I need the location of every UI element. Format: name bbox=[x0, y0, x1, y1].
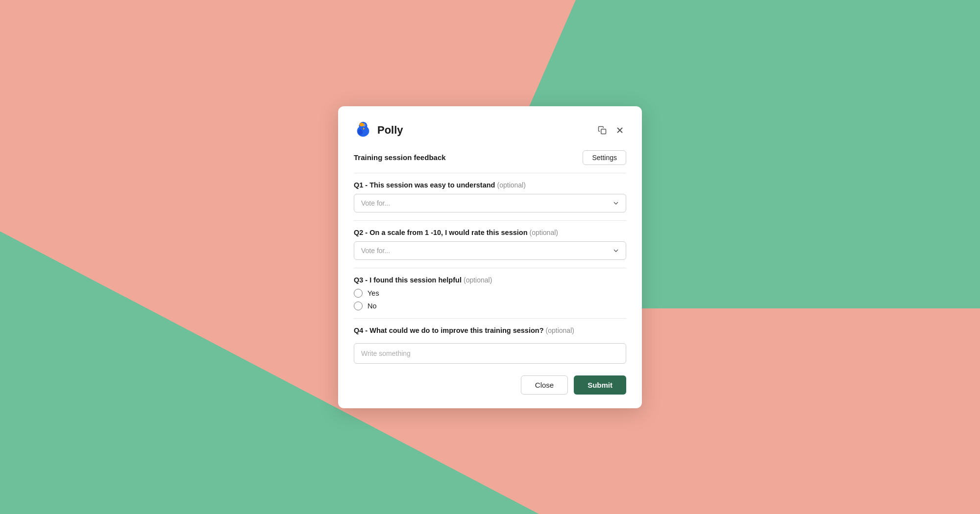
radio-no[interactable]: No bbox=[354, 302, 626, 310]
question-3-radio-group: Yes No bbox=[354, 289, 626, 310]
radio-no-input[interactable] bbox=[354, 302, 363, 310]
radio-yes-label: Yes bbox=[368, 289, 379, 297]
modal-header: Polly bbox=[354, 120, 626, 140]
close-button[interactable]: Close bbox=[521, 375, 568, 395]
form-title: Training session feedback bbox=[354, 153, 446, 162]
question-1-label: Q1 - This session was easy to understand… bbox=[354, 181, 626, 189]
form-header-row: Training session feedback Settings bbox=[354, 150, 626, 165]
question-4-text-input[interactable] bbox=[354, 343, 626, 364]
question-3-label: Q3 - I found this session helpful (optio… bbox=[354, 276, 626, 284]
svg-point-5 bbox=[359, 122, 364, 126]
app-name: Polly bbox=[377, 124, 403, 137]
modal-title-group: Polly bbox=[354, 120, 403, 140]
modal-overlay: Polly Training session fe bbox=[0, 0, 980, 514]
copy-button[interactable] bbox=[596, 124, 609, 137]
divider-1 bbox=[354, 173, 626, 173]
modal-footer: Close Submit bbox=[354, 375, 626, 395]
question-2-block: Q2 - On a scale from 1 -10, I would rate… bbox=[354, 229, 626, 260]
divider-2 bbox=[354, 220, 626, 221]
submit-button[interactable]: Submit bbox=[574, 375, 626, 395]
radio-yes[interactable]: Yes bbox=[354, 289, 626, 298]
close-x-button[interactable] bbox=[613, 124, 626, 137]
svg-rect-7 bbox=[601, 129, 606, 134]
question-1-dropdown[interactable]: Vote for... bbox=[354, 194, 626, 212]
question-2-dropdown[interactable]: Vote for... bbox=[354, 241, 626, 260]
question-4-label: Q4 - What could we do to improve this tr… bbox=[354, 327, 626, 334]
question-3-block: Q3 - I found this session helpful (optio… bbox=[354, 276, 626, 310]
divider-3 bbox=[354, 268, 626, 268]
question-2-label: Q2 - On a scale from 1 -10, I would rate… bbox=[354, 229, 626, 236]
question-1-block: Q1 - This session was easy to understand… bbox=[354, 181, 626, 212]
polly-logo bbox=[354, 120, 372, 140]
radio-no-label: No bbox=[368, 302, 377, 310]
radio-yes-input[interactable] bbox=[354, 289, 363, 298]
settings-button[interactable]: Settings bbox=[583, 150, 626, 165]
modal-header-actions bbox=[596, 124, 626, 137]
modal-dialog: Polly Training session fe bbox=[338, 106, 642, 408]
divider-4 bbox=[354, 318, 626, 319]
question-4-block: Q4 - What could we do to improve this tr… bbox=[354, 327, 626, 364]
